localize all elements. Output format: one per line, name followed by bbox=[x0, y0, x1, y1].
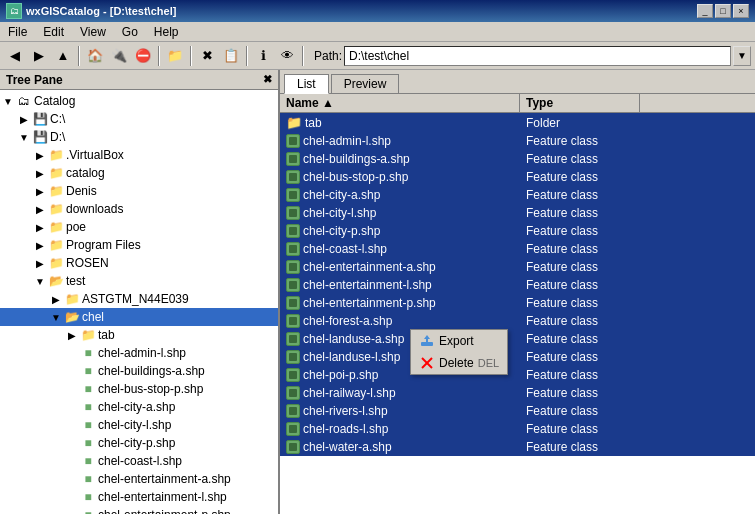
tree-node-astgtm[interactable]: ▶ 📁 ASTGTM_N44E039 bbox=[0, 290, 278, 308]
tree-node-chel-buildings-a[interactable]: ▶ ■ chel-buildings-a.shp bbox=[0, 362, 278, 380]
expand-catalog[interactable]: ▼ bbox=[0, 93, 16, 109]
up-button[interactable]: ▲ bbox=[52, 45, 74, 67]
file-row-chel-city-a[interactable]: chel-city-a.shp Feature class bbox=[280, 186, 755, 204]
file-row-chel-bus-stop-p[interactable]: chel-bus-stop-p.shp Feature class bbox=[280, 168, 755, 186]
delete-button[interactable]: ✖ bbox=[196, 45, 218, 67]
tree-node-virtualbox[interactable]: ▶ 📁 .VirtualBox bbox=[0, 146, 278, 164]
file-row-chel-admin-l[interactable]: chel-admin-l.shp Feature class bbox=[280, 132, 755, 150]
tree-node-chel-admin-l[interactable]: ▶ ■ chel-admin-l.shp bbox=[0, 344, 278, 362]
tree-node-chel-entertainment-a[interactable]: ▶ ■ chel-entertainment-a.shp bbox=[0, 470, 278, 488]
context-menu-delete[interactable]: Delete DEL bbox=[411, 352, 507, 374]
expand-test[interactable]: ▼ bbox=[32, 273, 48, 289]
context-menu-export[interactable]: Export bbox=[411, 330, 507, 352]
col-header-name[interactable]: Name ▲ bbox=[280, 94, 520, 112]
title-bar: 🗂 wxGISCatalog - [D:\test\chel] _ □ × bbox=[0, 0, 755, 22]
tree-node-catalog[interactable]: ▼ 🗂 Catalog bbox=[0, 92, 278, 110]
tree-node-programfiles[interactable]: ▶ 📁 Program Files bbox=[0, 236, 278, 254]
tree-node-tab[interactable]: ▶ 📁 tab bbox=[0, 326, 278, 344]
file-row-chel-city-p[interactable]: chel-city-p.shp Feature class bbox=[280, 222, 755, 240]
expand-catalog2[interactable]: ▶ bbox=[32, 165, 48, 181]
node-chel-admin-l-label: chel-admin-l.shp bbox=[98, 346, 186, 360]
tree-node-chel-city-p[interactable]: ▶ ■ chel-city-p.shp bbox=[0, 434, 278, 452]
tab-list[interactable]: List bbox=[284, 74, 329, 94]
tree-node-downloads[interactable]: ▶ 📁 downloads bbox=[0, 200, 278, 218]
tree-pane-close[interactable]: ✖ bbox=[263, 73, 272, 86]
disconnect-button[interactable]: ⛔ bbox=[132, 45, 154, 67]
file-row-chel-buildings-a[interactable]: chel-buildings-a.shp Feature class bbox=[280, 150, 755, 168]
back-button[interactable]: ◀ bbox=[4, 45, 26, 67]
node-chel-label: chel bbox=[82, 310, 104, 324]
file-row-tab[interactable]: 📁 tab Folder bbox=[280, 113, 755, 132]
menu-go[interactable]: Go bbox=[118, 24, 142, 40]
app-icon: 🗂 bbox=[6, 3, 22, 19]
maximize-button[interactable]: □ bbox=[715, 4, 731, 18]
tree-node-catalog2[interactable]: ▶ 📁 catalog bbox=[0, 164, 278, 182]
expand-astgtm[interactable]: ▶ bbox=[48, 291, 64, 307]
path-dropdown-button[interactable]: ▼ bbox=[733, 46, 751, 66]
tree-node-chel-entertainment-l[interactable]: ▶ ■ chel-entertainment-l.shp bbox=[0, 488, 278, 506]
file-row-chel-poi-p[interactable]: chel-poi-p.shp Feature class bbox=[280, 366, 755, 384]
expand-rosen[interactable]: ▶ bbox=[32, 255, 48, 271]
tree-node-c[interactable]: ▶ 💾 C:\ bbox=[0, 110, 278, 128]
tree-node-denis[interactable]: ▶ 📁 Denis bbox=[0, 182, 278, 200]
tree-node-d[interactable]: ▼ 💾 D:\ bbox=[0, 128, 278, 146]
file-row-chel-city-l[interactable]: chel-city-l.shp Feature class bbox=[280, 204, 755, 222]
file-type-chel-entertainment-l: Feature class bbox=[520, 277, 640, 293]
expand-chel[interactable]: ▼ bbox=[48, 309, 64, 325]
tree-node-poe[interactable]: ▶ 📁 poe bbox=[0, 218, 278, 236]
connect-button[interactable]: 🔌 bbox=[108, 45, 130, 67]
tree-node-chel[interactable]: ▼ 📂 chel bbox=[0, 308, 278, 326]
file-row-chel-coast-l[interactable]: chel-coast-l.shp Feature class bbox=[280, 240, 755, 258]
leaf-spacer: ▶ bbox=[64, 345, 80, 361]
menu-view[interactable]: View bbox=[76, 24, 110, 40]
file-cell-name-chel-forest-a: chel-forest-a.shp bbox=[280, 313, 520, 329]
expand-programfiles[interactable]: ▶ bbox=[32, 237, 48, 253]
file-row-chel-water-a[interactable]: chel-water-a.shp Feature class bbox=[280, 438, 755, 456]
minimize-button[interactable]: _ bbox=[697, 4, 713, 18]
menu-edit[interactable]: Edit bbox=[39, 24, 68, 40]
tree-node-chel-city-a[interactable]: ▶ ■ chel-city-a.shp bbox=[0, 398, 278, 416]
expand-tab[interactable]: ▶ bbox=[64, 327, 80, 343]
expand-downloads[interactable]: ▶ bbox=[32, 201, 48, 217]
menu-help[interactable]: Help bbox=[150, 24, 183, 40]
close-button[interactable]: × bbox=[733, 4, 749, 18]
menu-file[interactable]: File bbox=[4, 24, 31, 40]
forward-button[interactable]: ▶ bbox=[28, 45, 50, 67]
expand-d[interactable]: ▼ bbox=[16, 129, 32, 145]
toolbar-sep1 bbox=[78, 46, 80, 66]
file-row-chel-entertainment-l[interactable]: chel-entertainment-l.shp Feature class bbox=[280, 276, 755, 294]
file-row-chel-roads-l[interactable]: chel-roads-l.shp Feature class bbox=[280, 420, 755, 438]
file-row-chel-landuse-l[interactable]: chel-landuse-l.shp Feature class bbox=[280, 348, 755, 366]
tree-pane: Tree Pane ✖ ▼ 🗂 Catalog ▶ 💾 C:\ ▼ bbox=[0, 70, 280, 514]
file-row-chel-rivers-l[interactable]: chel-rivers-l.shp Feature class bbox=[280, 402, 755, 420]
new-folder-button[interactable]: 📁 bbox=[164, 45, 186, 67]
file-row-chel-entertainment-p[interactable]: chel-entertainment-p.shp Feature class bbox=[280, 294, 755, 312]
file-cell-name-chel-water-a: chel-water-a.shp bbox=[280, 439, 520, 455]
file-row-chel-landuse-a[interactable]: chel-landuse-a.shp Feature class bbox=[280, 330, 755, 348]
tab-preview[interactable]: Preview bbox=[331, 74, 400, 93]
tree-node-chel-coast-l[interactable]: ▶ ■ chel-coast-l.shp bbox=[0, 452, 278, 470]
tree-node-chel-bus-stop-p[interactable]: ▶ ■ chel-bus-stop-p.shp bbox=[0, 380, 278, 398]
expand-c[interactable]: ▶ bbox=[16, 111, 32, 127]
tree-node-chel-city-l[interactable]: ▶ ■ chel-city-l.shp bbox=[0, 416, 278, 434]
properties-button[interactable]: ℹ bbox=[252, 45, 274, 67]
view-button[interactable]: 👁 bbox=[276, 45, 298, 67]
tree-node-rosen[interactable]: ▶ 📁 ROSEN bbox=[0, 254, 278, 272]
file-type-chel-railway-l: Feature class bbox=[520, 385, 640, 401]
file-row-chel-forest-a[interactable]: chel-forest-a.shp Feature class bbox=[280, 312, 755, 330]
tree-node-chel-entertainment-p[interactable]: ▶ ■ chel-entertainment-p.shp bbox=[0, 506, 278, 514]
file-row-chel-railway-l[interactable]: chel-railway-l.shp Feature class bbox=[280, 384, 755, 402]
expand-poe[interactable]: ▶ bbox=[32, 219, 48, 235]
file-name-chel-entertainment-a: chel-entertainment-a.shp bbox=[303, 260, 436, 274]
home-button[interactable]: 🏠 bbox=[84, 45, 106, 67]
tree-node-test[interactable]: ▼ 📂 test bbox=[0, 272, 278, 290]
expand-denis[interactable]: ▶ bbox=[32, 183, 48, 199]
col-header-type[interactable]: Type bbox=[520, 94, 640, 112]
copy-button[interactable]: 📋 bbox=[220, 45, 242, 67]
expand-virtualbox[interactable]: ▶ bbox=[32, 147, 48, 163]
shp-list-city-a-icon bbox=[286, 188, 300, 202]
shp-list-entertainment-p-icon bbox=[286, 296, 300, 310]
tree-pane-title: Tree Pane bbox=[6, 73, 63, 87]
path-input[interactable] bbox=[344, 46, 731, 66]
file-row-chel-entertainment-a[interactable]: chel-entertainment-a.shp Feature class bbox=[280, 258, 755, 276]
